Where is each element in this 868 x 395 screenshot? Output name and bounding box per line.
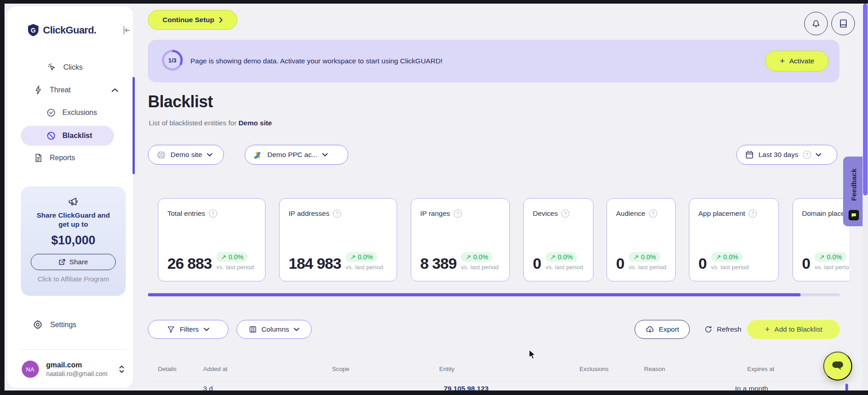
chat-widget-button[interactable] [823, 352, 852, 381]
stat-card-devices: Devices? 0 ↗0.0% vs. last period [523, 198, 593, 281]
cards-horizontal-scrollbar[interactable] [148, 293, 840, 296]
funnel-icon [167, 325, 175, 333]
help-icon[interactable]: ? [649, 209, 657, 218]
chevron-up-icon[interactable] [111, 88, 119, 92]
activate-button[interactable]: + Activate [765, 51, 829, 71]
page-subtitle-text: List of blacklisted entities for [149, 119, 237, 127]
sidebar-collapse-icon[interactable] [121, 25, 131, 35]
column-header-reason[interactable]: Reason [644, 366, 665, 372]
feedback-tab[interactable]: Feedback [843, 157, 864, 226]
banner-message: Page is showing demo data. Activate your… [190, 57, 442, 65]
columns-icon [249, 325, 257, 333]
activate-label: Activate [789, 57, 814, 65]
window-frame [0, 0, 868, 4]
sidebar-item-clicks[interactable]: Clicks [47, 62, 83, 72]
sidebar-scroll-indicator [133, 77, 135, 174]
sidebar-item-label: Clicks [63, 63, 83, 71]
account-switcher[interactable]: NA gmail.com naatali.ro@gmail.com [22, 361, 108, 378]
sidebar-item-label: Threat [50, 86, 71, 94]
trend-badge: ↗0.0% [346, 252, 377, 262]
document-icon [33, 153, 43, 163]
sidebar-item-label: Exclusions [62, 109, 97, 117]
settings-label: Settings [50, 321, 76, 329]
book-icon [839, 19, 848, 29]
stat-value: 0 [802, 256, 810, 271]
stat-card-app-placement: App placement? 0 ↗0.0% vs. last period [689, 198, 779, 281]
select-caret-icon [119, 364, 125, 374]
cursor-click-icon [47, 62, 57, 72]
sidebar-item-exclusions[interactable]: Exclusions [46, 108, 97, 118]
column-header-scope[interactable]: Scope [332, 366, 349, 372]
scrollbar-thumb[interactable] [863, 4, 868, 195]
help-icon[interactable]: ? [749, 209, 757, 218]
share-button[interactable]: Share [31, 254, 116, 270]
trend-badge: ↗0.0% [216, 252, 248, 262]
help-icon[interactable]: ? [561, 209, 569, 218]
stat-card-audience: Audience? 0 ↗0.0% vs. last period [607, 198, 676, 281]
stat-label: Audience [616, 209, 645, 218]
help-icon[interactable]: ? [454, 209, 462, 218]
column-header-exclusions[interactable]: Exclusions [579, 366, 609, 372]
table-scrollbar-thumb[interactable] [845, 384, 848, 391]
sidebar-item-threat[interactable]: Threat [33, 85, 71, 95]
stat-compare: vs. last period [346, 263, 383, 271]
blocked-circle-icon [46, 131, 56, 141]
logo[interactable]: G ClickGuard. [27, 24, 96, 37]
documentation-button[interactable] [831, 12, 855, 35]
continue-setup-label: Continue Setup [162, 16, 214, 24]
stat-compare: vs. last period [461, 263, 498, 271]
stat-value: 8 389 [420, 256, 456, 271]
column-header-details[interactable]: Details [158, 366, 176, 372]
export-button[interactable]: Export [635, 320, 690, 339]
stat-card-total-entries: Total entries? 26 883 ↗0.0% vs. last per… [158, 198, 266, 281]
stat-compare: vs. last period [711, 263, 749, 271]
refresh-button[interactable]: Refresh [698, 320, 748, 339]
filters-button[interactable]: Filters [148, 320, 228, 339]
scrollbar-thumb[interactable] [148, 293, 801, 296]
stat-value: 184 983 [289, 256, 341, 271]
trend-up-icon: ↗ [716, 253, 721, 261]
mouse-cursor [528, 349, 537, 360]
column-header-entity[interactable]: Entity [439, 366, 455, 372]
globe-icon [157, 150, 166, 160]
columns-button[interactable]: Columns [237, 320, 312, 339]
help-icon[interactable]: ? [333, 209, 341, 218]
stat-label: App placement [698, 209, 745, 218]
stat-value: 0 [533, 256, 541, 271]
trend-badge: ↗0.0% [711, 252, 743, 262]
column-header-expires-at[interactable]: Expires at [747, 366, 774, 372]
trend-up-icon: ↗ [819, 253, 825, 261]
column-header-added-at[interactable]: Added at [203, 366, 228, 372]
account-name: gmail.com [46, 361, 108, 369]
clickguard-shield-icon: G [27, 24, 39, 37]
affiliate-promo-card[interactable]: Share ClickGuard and get up to $10,000 S… [21, 186, 126, 296]
date-range-selector[interactable]: Last 30 days ? [736, 145, 837, 165]
promo-caption: Click to Affiliate Program [21, 276, 126, 283]
stat-label: IP addresses [289, 209, 329, 218]
ppc-selector-label: Demo PPC ac... [267, 151, 318, 159]
continue-setup-button[interactable]: Continue Setup [148, 10, 237, 30]
help-icon[interactable]: ? [209, 209, 217, 218]
svg-text:G: G [31, 27, 36, 34]
sidebar-item-settings[interactable]: Settings [33, 319, 76, 330]
stat-compare: vs. last period [815, 263, 849, 271]
demo-data-banner: 1/3 Page is showing demo data. Activate … [148, 40, 840, 82]
stat-value: 0 [698, 256, 707, 271]
stat-value: 26 883 [167, 256, 212, 271]
site-selector[interactable]: Demo site [148, 145, 224, 165]
notifications-button[interactable] [804, 12, 828, 35]
chevron-down-icon [816, 153, 821, 157]
window-frame [0, 0, 5, 395]
ppc-account-selector[interactable]: Demo PPC ac... [245, 145, 348, 165]
trend-badge: ↗0.0% [629, 252, 660, 262]
page-scrollbar[interactable] [863, 4, 868, 390]
page-subtitle: List of blacklisted entities for Demo si… [149, 119, 272, 127]
chat-bubble-icon [831, 360, 844, 372]
stat-label: Devices [533, 209, 558, 218]
badge-check-icon [46, 108, 56, 118]
sidebar-item-reports[interactable]: Reports [33, 153, 75, 163]
page-title: Blacklist [148, 92, 213, 111]
add-to-blacklist-button[interactable]: + Add to Blacklist [747, 320, 840, 339]
promo-text: Share ClickGuard and get up to [21, 211, 126, 229]
sidebar-item-blacklist[interactable]: Blacklist [21, 126, 114, 146]
